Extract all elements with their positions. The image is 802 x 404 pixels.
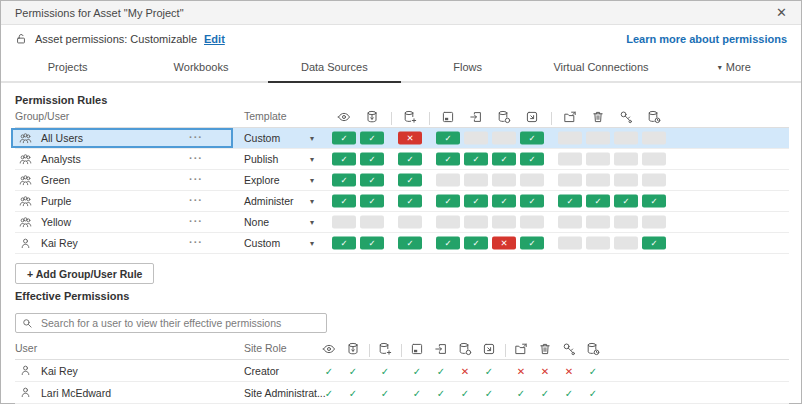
- row-actions-menu-button[interactable]: ···: [189, 152, 203, 164]
- capability-cell-delete[interactable]: ✓: [586, 195, 610, 208]
- capability-cell-web-edit[interactable]: [464, 216, 488, 229]
- tab-data-sources[interactable]: Data Sources: [268, 53, 401, 81]
- capability-cell-connect[interactable]: ✓: [360, 174, 384, 187]
- group-user-cell[interactable]: Kai Rey···: [11, 233, 233, 253]
- learn-more-link[interactable]: Learn more about permissions: [626, 33, 787, 45]
- capability-cell-move[interactable]: [558, 174, 582, 187]
- permission-rule-row[interactable]: Green···Explore▾✓✓✓: [15, 170, 789, 191]
- capability-cell-set-permissions[interactable]: [614, 237, 638, 250]
- permission-rule-row[interactable]: Yellow···None▾: [15, 212, 789, 233]
- row-actions-menu-button[interactable]: ···: [189, 215, 203, 227]
- capability-cell-save-as[interactable]: [492, 216, 516, 229]
- permission-rule-row[interactable]: Analysts···Publish▾✓✓✓✓✓✓✓: [15, 149, 789, 170]
- close-icon[interactable]: ✕: [772, 6, 791, 19]
- capability-cell-web-edit[interactable]: ✓: [464, 153, 488, 166]
- template-dropdown[interactable]: Custom▾: [230, 233, 322, 253]
- capability-cell-download-data-source[interactable]: ✓: [398, 237, 422, 250]
- capability-cell-save-as[interactable]: ✓: [492, 153, 516, 166]
- capability-cell-connect[interactable]: ✓: [360, 195, 384, 208]
- capability-cell-change-owner[interactable]: [642, 174, 666, 187]
- capability-cell-overwrite[interactable]: ✓: [436, 153, 460, 166]
- template-dropdown[interactable]: Explore▾: [230, 170, 322, 190]
- capability-cell-set-permissions[interactable]: ✓: [614, 195, 638, 208]
- capability-cell-duplicate[interactable]: ✓: [520, 195, 544, 208]
- permission-rule-row[interactable]: Kai Rey···Custom▾✓✓✓✓✓✕✓✓: [15, 233, 789, 254]
- capability-cell-save-as[interactable]: [492, 174, 516, 187]
- edit-link[interactable]: Edit: [204, 33, 225, 45]
- add-group-user-rule-button[interactable]: + Add Group/User Rule: [15, 263, 154, 284]
- capability-cell-duplicate[interactable]: [520, 216, 544, 229]
- capability-cell-download-data-source[interactable]: [398, 216, 422, 229]
- row-actions-menu-button[interactable]: ···: [189, 194, 203, 206]
- tab-projects[interactable]: Projects: [1, 53, 134, 81]
- capability-cell-move[interactable]: [558, 153, 582, 166]
- capability-cell-change-owner[interactable]: [642, 216, 666, 229]
- capability-cell-change-owner[interactable]: [642, 132, 666, 145]
- tab-workbooks[interactable]: Workbooks: [134, 53, 267, 81]
- capability-cell-change-owner[interactable]: ✓: [642, 195, 666, 208]
- capability-cell-duplicate[interactable]: ✓: [520, 237, 544, 250]
- capability-cell-web-edit[interactable]: [464, 174, 488, 187]
- capability-cell-set-permissions[interactable]: [614, 132, 638, 145]
- capability-cell-duplicate[interactable]: ✓: [520, 153, 544, 166]
- group-user-cell[interactable]: Green···: [11, 170, 233, 190]
- capability-cell-delete[interactable]: [586, 237, 610, 250]
- capability-cell-change-owner[interactable]: ✓: [642, 237, 666, 250]
- capability-cell-web-edit[interactable]: [464, 132, 488, 145]
- row-actions-menu-button[interactable]: ···: [189, 131, 203, 143]
- capability-cell-connect[interactable]: ✓: [360, 132, 384, 145]
- group-user-cell[interactable]: All Users···: [11, 128, 233, 148]
- capability-cell-overwrite[interactable]: ✓: [436, 132, 460, 145]
- capability-cell-delete[interactable]: [586, 174, 610, 187]
- capability-cell-web-edit[interactable]: ✓: [464, 195, 488, 208]
- capability-cell-set-permissions[interactable]: [614, 174, 638, 187]
- capability-cell-move[interactable]: [558, 237, 582, 250]
- group-user-cell[interactable]: Purple···: [11, 191, 233, 211]
- capability-cell-view[interactable]: ✓: [332, 174, 356, 187]
- search-input[interactable]: [39, 316, 320, 330]
- capability-cell-change-owner[interactable]: [642, 153, 666, 166]
- capability-cell-delete[interactable]: [586, 132, 610, 145]
- template-dropdown[interactable]: None▾: [230, 212, 322, 232]
- capability-cell-overwrite[interactable]: ✓: [436, 237, 460, 250]
- capability-cell-duplicate[interactable]: ✓: [520, 132, 544, 145]
- tab-virtual-connections[interactable]: Virtual Connections: [534, 53, 667, 81]
- capability-cell-connect[interactable]: ✓: [360, 237, 384, 250]
- capability-cell-download-data-source[interactable]: ✓: [398, 153, 422, 166]
- capability-cell-save-as[interactable]: ✓: [492, 195, 516, 208]
- row-actions-menu-button[interactable]: ···: [189, 236, 203, 248]
- group-user-cell[interactable]: Analysts···: [11, 149, 233, 169]
- capability-cell-connect[interactable]: ✓: [360, 153, 384, 166]
- capability-cell-move[interactable]: [558, 216, 582, 229]
- capability-cell-download-data-source[interactable]: ✓: [398, 195, 422, 208]
- capability-cell-delete[interactable]: [586, 216, 610, 229]
- capability-cell-overwrite[interactable]: ✓: [436, 195, 460, 208]
- template-dropdown[interactable]: Custom▾: [230, 128, 322, 148]
- capability-cell-download-data-source[interactable]: ✕: [398, 132, 422, 145]
- capability-cell-view[interactable]: ✓: [332, 132, 356, 145]
- capability-cell-web-edit[interactable]: ✓: [464, 237, 488, 250]
- template-dropdown[interactable]: Administer▾: [230, 191, 322, 211]
- capability-cell-set-permissions[interactable]: [614, 216, 638, 229]
- group-user-cell[interactable]: Yellow···: [11, 212, 233, 232]
- template-dropdown[interactable]: Publish▾: [230, 149, 322, 169]
- capability-cell-view[interactable]: [332, 216, 356, 229]
- tab-flows[interactable]: Flows: [401, 53, 534, 81]
- capability-cell-save-as[interactable]: ✕: [492, 237, 516, 250]
- capability-cell-view[interactable]: ✓: [332, 195, 356, 208]
- permission-rule-row[interactable]: Purple···Administer▾✓✓✓✓✓✓✓✓✓✓✓: [15, 191, 789, 212]
- capability-cell-delete[interactable]: [586, 153, 610, 166]
- capability-cell-connect[interactable]: [360, 216, 384, 229]
- capability-cell-view[interactable]: ✓: [332, 237, 356, 250]
- capability-cell-overwrite[interactable]: [436, 216, 460, 229]
- capability-cell-move[interactable]: ✓: [558, 195, 582, 208]
- capability-cell-view[interactable]: ✓: [332, 153, 356, 166]
- row-actions-menu-button[interactable]: ···: [189, 173, 203, 185]
- capability-cell-overwrite[interactable]: [436, 174, 460, 187]
- tab-more[interactable]: ▾More: [668, 53, 801, 81]
- capability-cell-save-as[interactable]: [492, 132, 516, 145]
- permission-rule-row[interactable]: All Users···Custom▾✓✓✕✓✓: [15, 128, 789, 149]
- capability-cell-move[interactable]: [558, 132, 582, 145]
- capability-cell-duplicate[interactable]: [520, 174, 544, 187]
- capability-cell-download-data-source[interactable]: ✓: [398, 174, 422, 187]
